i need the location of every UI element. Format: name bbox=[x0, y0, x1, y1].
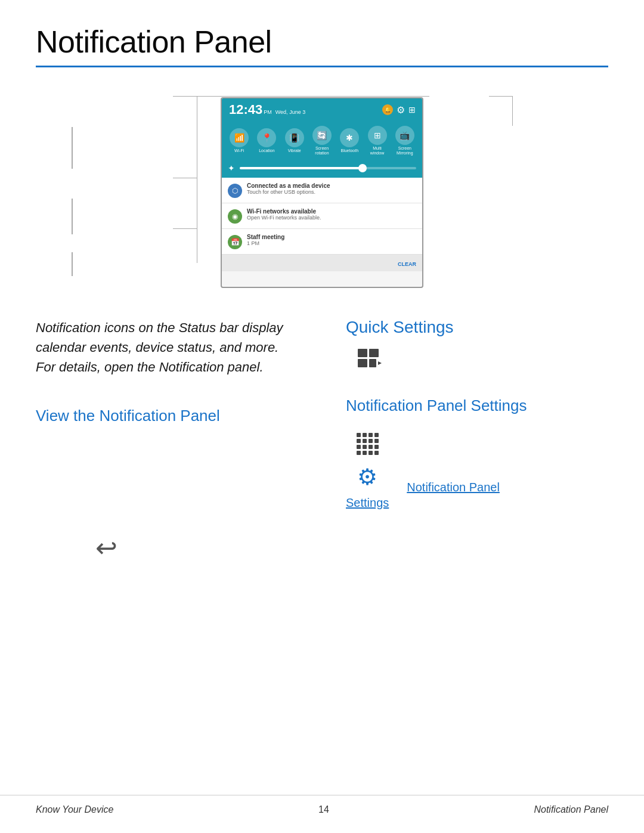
qs-location-label: Location bbox=[259, 148, 274, 153]
callout-line-top bbox=[197, 96, 429, 97]
right-column: Quick Settings Notification Panel Settin… bbox=[322, 318, 608, 563]
apps-dots-icon bbox=[357, 433, 379, 455]
notification-title: Connected as a media device bbox=[247, 182, 330, 189]
notification-title: Wi-Fi networks available bbox=[247, 208, 321, 215]
apps-dot bbox=[374, 433, 379, 437]
brightness-icon: ✦ bbox=[228, 163, 235, 173]
svg-rect-1 bbox=[369, 349, 379, 357]
brightness-fill bbox=[240, 167, 363, 169]
brightness-thumb bbox=[358, 164, 367, 172]
callout-line-left-bot bbox=[173, 228, 197, 229]
apps-dot bbox=[369, 439, 373, 443]
description-text: Notification icons on the Status bar dis… bbox=[36, 318, 298, 377]
clear-row: CLEAR bbox=[222, 255, 422, 271]
qs-vibrate: 📳 Vibrate bbox=[285, 128, 304, 153]
apps-dot bbox=[363, 439, 367, 443]
svg-rect-3 bbox=[369, 359, 376, 367]
qs-bluetooth-label: Bluetooth bbox=[340, 148, 358, 153]
apps-dot bbox=[363, 451, 367, 455]
notification-content: Staff meeting 1 PM bbox=[247, 234, 284, 246]
notification-content: Wi-Fi networks available Open Wi-Fi netw… bbox=[247, 208, 321, 221]
notification-badge: 🔔 bbox=[382, 104, 393, 115]
panel-grid-icon bbox=[358, 349, 382, 370]
qs-vibrate-label: Vibrate bbox=[288, 148, 301, 153]
view-notification-heading[interactable]: View the Notification Panel bbox=[36, 407, 298, 425]
apps-dot bbox=[363, 445, 367, 449]
apps-dot bbox=[357, 433, 361, 437]
brightness-row: ✦ bbox=[222, 161, 422, 178]
callout-line-left-top bbox=[173, 96, 197, 97]
qs-multiwindow-label: Multiwindow bbox=[370, 146, 384, 156]
header-divider bbox=[36, 66, 608, 67]
settings-link[interactable]: Settings bbox=[346, 496, 389, 510]
settings-step-row: ⚙ Settings Notification Panel bbox=[346, 433, 608, 510]
qs-wifi-label: Wi-Fi bbox=[234, 148, 244, 153]
apps-dot bbox=[369, 445, 373, 449]
callout-line-right bbox=[512, 96, 513, 126]
gear-settings-group: ⚙ Settings bbox=[346, 433, 389, 510]
callout-line-left bbox=[197, 96, 197, 263]
usb-icon: ⬡ bbox=[228, 184, 242, 198]
quick-settings-heading: Quick Settings bbox=[346, 318, 608, 337]
left-column: Notification icons on the Status bar dis… bbox=[36, 318, 322, 563]
footer-left-text: Know Your Device bbox=[36, 804, 113, 815]
apps-dot bbox=[369, 451, 373, 455]
notification-item: ◉ Wi-Fi networks available Open Wi-Fi ne… bbox=[222, 203, 422, 229]
calendar-icon: 📅 bbox=[228, 235, 242, 249]
apps-dot bbox=[374, 439, 379, 443]
vibrate-icon: 📳 bbox=[285, 128, 304, 147]
clock-time: 12:43 bbox=[229, 102, 262, 117]
gear-icon-status: ⚙ bbox=[397, 104, 405, 116]
status-bar: 12:43 PM Wed, June 3 🔔 ⚙ ⊞ bbox=[222, 98, 422, 121]
notification-panel-settings-heading: Notification Panel Settings bbox=[346, 397, 608, 415]
notification-subtitle: Touch for other USB options. bbox=[247, 189, 330, 195]
clock-period: PM bbox=[264, 109, 272, 115]
footer-page-number: 14 bbox=[318, 804, 329, 815]
bluetooth-icon: ✱ bbox=[340, 128, 359, 147]
phone-mockup: 12:43 PM Wed, June 3 🔔 ⚙ ⊞ 📶 Wi-Fi 📍 Loc… bbox=[221, 97, 423, 288]
notification-item: 📅 Staff meeting 1 PM bbox=[222, 229, 422, 255]
page-title: Notification Panel bbox=[36, 24, 608, 60]
rotation-icon: 🔄 bbox=[312, 126, 332, 145]
mirroring-icon: 📺 bbox=[395, 126, 414, 145]
date-display: Wed, June 3 bbox=[275, 109, 305, 115]
qs-mirroring-label: ScreenMirroring bbox=[397, 146, 413, 156]
clear-button[interactable]: CLEAR bbox=[398, 261, 416, 267]
apps-dot bbox=[369, 433, 373, 437]
notification-panel-link[interactable]: Notification Panel bbox=[407, 481, 500, 494]
notification-subtitle: 1 PM bbox=[247, 240, 284, 246]
svg-rect-0 bbox=[358, 349, 367, 357]
qs-mirroring: 📺 ScreenMirroring bbox=[395, 126, 414, 156]
brightness-track bbox=[240, 167, 416, 169]
panel-icon-area bbox=[358, 349, 608, 373]
notification-title: Staff meeting bbox=[247, 234, 284, 240]
footer-right-text: Notification Panel bbox=[534, 804, 608, 815]
location-icon: 📍 bbox=[257, 128, 276, 147]
apps-dot bbox=[374, 451, 379, 455]
apps-dot bbox=[357, 445, 361, 449]
quick-settings-row: 📶 Wi-Fi 📍 Location 📳 Vibrate 🔄 Screenrot… bbox=[222, 121, 422, 161]
qs-multiwindow: ⊞ Multiwindow bbox=[368, 126, 387, 156]
wifi-notif-icon: ◉ bbox=[228, 209, 242, 224]
notification-content: Connected as a media device Touch for ot… bbox=[247, 182, 330, 195]
callout-line-right-h bbox=[489, 96, 513, 97]
apps-dot bbox=[357, 439, 361, 443]
callout-line-left-mid bbox=[173, 178, 197, 178]
svg-rect-2 bbox=[358, 359, 367, 367]
apps-dot bbox=[374, 445, 379, 449]
notification-item: ⬡ Connected as a media device Touch for … bbox=[222, 178, 422, 203]
qs-wifi: 📶 Wi-Fi bbox=[230, 128, 249, 153]
notification-panel-group: Notification Panel bbox=[407, 433, 500, 494]
settings-gear-icon: ⚙ bbox=[357, 464, 377, 490]
qs-location: 📍 Location bbox=[257, 128, 276, 153]
apps-dot bbox=[363, 433, 367, 437]
back-arrow-area: ↩ bbox=[95, 532, 298, 563]
notification-subtitle: Open Wi-Fi networks available. bbox=[247, 215, 321, 221]
notifications-area: ⬡ Connected as a media device Touch for … bbox=[222, 178, 422, 271]
apps-dot bbox=[357, 451, 361, 455]
back-arrow-icon: ↩ bbox=[95, 533, 117, 562]
wifi-icon: 📶 bbox=[230, 128, 249, 147]
page-footer: Know Your Device 14 Notification Panel bbox=[0, 795, 644, 815]
multiwindow-icon: ⊞ bbox=[368, 126, 387, 145]
qs-rotation: 🔄 Screenrotation bbox=[312, 126, 332, 156]
